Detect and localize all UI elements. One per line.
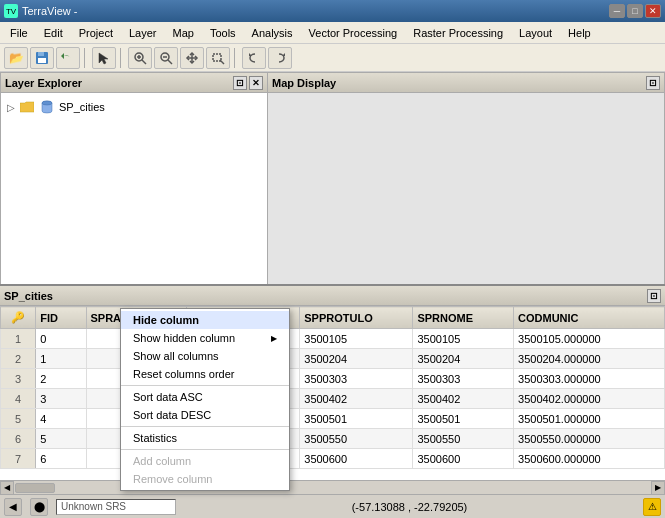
list-item[interactable]: ▷ SP_cities bbox=[5, 97, 263, 117]
col-header-codmunic[interactable]: CODMUNIC bbox=[514, 307, 665, 329]
svg-line-8 bbox=[168, 60, 172, 64]
cell-codmunic: 3500204.000000 bbox=[514, 349, 665, 369]
ctx-add-column: Add column bbox=[121, 452, 289, 470]
scroll-left-button[interactable]: ◀ bbox=[0, 481, 14, 495]
window-controls[interactable]: ─ □ ✕ bbox=[609, 4, 661, 18]
layer-explorer-close-button[interactable]: ✕ bbox=[249, 76, 263, 90]
layer-explorer-controls[interactable]: ⊡ ✕ bbox=[233, 76, 263, 90]
table-row[interactable]: 2 1 1000 3500204 3500204 3500204.000000 bbox=[1, 349, 665, 369]
cell-spprotulo: 3500600 bbox=[300, 449, 413, 469]
svg-rect-1 bbox=[38, 52, 44, 56]
zoom-rect-button[interactable] bbox=[206, 47, 230, 69]
srs-display: Unknown SRS bbox=[56, 499, 176, 515]
select-button[interactable] bbox=[92, 47, 116, 69]
cell-codmunic: 3500550.000000 bbox=[514, 429, 665, 449]
status-arrow-button[interactable]: ◀ bbox=[4, 498, 22, 516]
scroll-track[interactable] bbox=[15, 483, 650, 493]
menu-file[interactable]: File bbox=[2, 25, 36, 41]
ctx-show-hidden-column[interactable]: Show hidden column ▶ bbox=[121, 329, 289, 347]
row-number: 6 bbox=[1, 429, 36, 449]
toolbar-separator-2 bbox=[120, 48, 124, 68]
close-button[interactable]: ✕ bbox=[645, 4, 661, 18]
minimize-button[interactable]: ─ bbox=[609, 4, 625, 18]
menu-layer[interactable]: Layer bbox=[121, 25, 165, 41]
ctx-sort-asc[interactable]: Sort data ASC bbox=[121, 388, 289, 406]
col-header-key[interactable]: 🔑 bbox=[1, 307, 36, 329]
layer-explorer-float-button[interactable]: ⊡ bbox=[233, 76, 247, 90]
menu-analysis[interactable]: Analysis bbox=[244, 25, 301, 41]
row-number: 5 bbox=[1, 409, 36, 429]
row-number: 2 bbox=[1, 349, 36, 369]
table-row[interactable]: 4 3 0000 3500402 3500402 3500402.000000 bbox=[1, 389, 665, 409]
menu-raster-processing[interactable]: Raster Processing bbox=[405, 25, 511, 41]
table-section: SP_cities ⊡ 🔑 FID SPRAREA SPRPERIM ET SP… bbox=[0, 284, 665, 494]
layer-explorer-panel: Layer Explorer ⊡ ✕ ▷ SP_cities bbox=[0, 72, 268, 304]
menu-project[interactable]: Project bbox=[71, 25, 121, 41]
cell-sprnome: 3500204 bbox=[413, 349, 514, 369]
toolbar-separator-3 bbox=[234, 48, 238, 68]
ctx-reset-label: Reset columns order bbox=[133, 368, 235, 380]
svg-line-11 bbox=[220, 60, 224, 64]
database-icon bbox=[39, 99, 55, 115]
svg-rect-2 bbox=[38, 58, 46, 63]
ctx-separator-2 bbox=[121, 426, 289, 427]
col-header-sprnome[interactable]: SPRNOME bbox=[413, 307, 514, 329]
ctx-separator-1 bbox=[121, 385, 289, 386]
table-row[interactable]: 7 6 300 3500600 3500600 3500600.000000 bbox=[1, 449, 665, 469]
menu-vector-processing[interactable]: Vector Processing bbox=[301, 25, 406, 41]
layer-name-label: SP_cities bbox=[59, 101, 105, 113]
maximize-button[interactable]: □ bbox=[627, 4, 643, 18]
table-row[interactable]: 3 2 0000 3500303 3500303 3500303.000000 bbox=[1, 369, 665, 389]
ctx-show-all-columns[interactable]: Show all columns bbox=[121, 347, 289, 365]
prev-extent-button[interactable] bbox=[242, 47, 266, 69]
next-extent-button[interactable] bbox=[268, 47, 292, 69]
table-row[interactable]: 1 0 5000 3500105 3500105 3500105.000000 bbox=[1, 329, 665, 349]
ctx-reset-columns[interactable]: Reset columns order bbox=[121, 365, 289, 383]
menu-help[interactable]: Help bbox=[560, 25, 599, 41]
pan-button[interactable] bbox=[180, 47, 204, 69]
title-bar: TV TerraView - ─ □ ✕ bbox=[0, 0, 665, 22]
cell-fid: 5 bbox=[36, 429, 86, 449]
context-menu: Hide column Show hidden column ▶ Show al… bbox=[120, 308, 290, 491]
cell-fid: 2 bbox=[36, 369, 86, 389]
cell-sprnome: 3500402 bbox=[413, 389, 514, 409]
table-float-button[interactable]: ⊡ bbox=[647, 289, 661, 303]
table-controls[interactable]: ⊡ bbox=[647, 289, 661, 303]
coordinates-display: (-57.13088 , -22.79205) bbox=[184, 501, 635, 513]
toolbar-separator-1 bbox=[84, 48, 88, 68]
scroll-thumb[interactable] bbox=[15, 483, 55, 493]
map-display-float-button[interactable]: ⊡ bbox=[646, 76, 660, 90]
map-canvas[interactable] bbox=[268, 93, 664, 303]
zoom-out-button[interactable] bbox=[154, 47, 178, 69]
ctx-sort-desc[interactable]: Sort data DESC bbox=[121, 406, 289, 424]
status-right-area: ⚠ bbox=[643, 498, 661, 516]
save-button[interactable] bbox=[30, 47, 54, 69]
undo-button[interactable] bbox=[56, 47, 80, 69]
col-header-fid[interactable]: FID bbox=[36, 307, 86, 329]
table-wrapper: 🔑 FID SPRAREA SPRPERIM ET SPPROTULO SPRN… bbox=[0, 306, 665, 480]
map-display-title: Map Display bbox=[272, 77, 336, 89]
app-title: TerraView - bbox=[22, 5, 77, 17]
cell-fid: 6 bbox=[36, 449, 86, 469]
table-row[interactable]: 5 4 900 3500501 3500501 3500501.000000 bbox=[1, 409, 665, 429]
warning-icon[interactable]: ⚠ bbox=[643, 498, 661, 516]
status-dot-button[interactable]: ⬤ bbox=[30, 498, 48, 516]
zoom-in-button[interactable] bbox=[128, 47, 152, 69]
scroll-right-button[interactable]: ▶ bbox=[651, 481, 665, 495]
horizontal-scrollbar[interactable]: ◀ ▶ bbox=[0, 480, 665, 494]
menu-map[interactable]: Map bbox=[164, 25, 201, 41]
layer-explorer-header: Layer Explorer ⊡ ✕ bbox=[1, 73, 267, 93]
cell-sprnome: 3500303 bbox=[413, 369, 514, 389]
table-row[interactable]: 6 5 1000 3500550 3500550 3500550.000000 bbox=[1, 429, 665, 449]
map-display-controls[interactable]: ⊡ bbox=[646, 76, 660, 90]
open-folder-button[interactable]: 📂 bbox=[4, 47, 28, 69]
menu-edit[interactable]: Edit bbox=[36, 25, 71, 41]
cell-spprotulo: 3500501 bbox=[300, 409, 413, 429]
ctx-statistics[interactable]: Statistics bbox=[121, 429, 289, 447]
menu-layout[interactable]: Layout bbox=[511, 25, 560, 41]
ctx-hide-column[interactable]: Hide column bbox=[121, 311, 289, 329]
menu-tools[interactable]: Tools bbox=[202, 25, 244, 41]
col-header-spprotulo[interactable]: SPPROTULO bbox=[300, 307, 413, 329]
status-bar: ◀ ⬤ Unknown SRS (-57.13088 , -22.79205) … bbox=[0, 494, 665, 518]
map-display-header: Map Display ⊡ bbox=[268, 73, 664, 93]
